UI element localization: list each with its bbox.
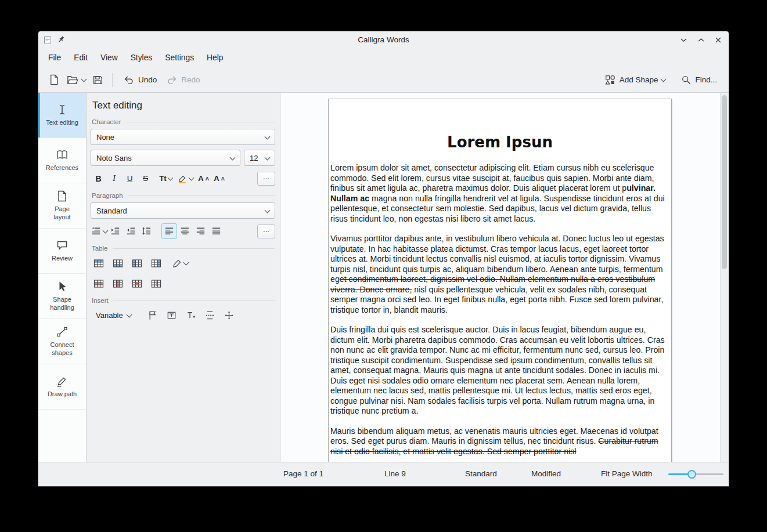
indent-increase-button[interactable]: [107, 223, 123, 239]
open-document-button[interactable]: [63, 71, 89, 88]
bold-button[interactable]: B: [91, 171, 106, 186]
style-indicator: Standard: [465, 469, 497, 478]
text-cursor-icon: [56, 103, 69, 116]
paragraph-format-button[interactable]: [91, 223, 107, 239]
insert-column-left-button[interactable]: [129, 255, 145, 271]
insert-bookmark-button[interactable]: [145, 307, 160, 323]
document-body[interactable]: Lorem ipsum dolor sit amet, consectetur …: [330, 163, 669, 457]
open-document-icon: [66, 74, 78, 86]
vertical-scrollbar[interactable]: [720, 93, 729, 462]
change-case-button[interactable]: Tt: [158, 171, 174, 186]
page-break-icon: [204, 310, 215, 321]
strikethrough-button[interactable]: S: [138, 171, 153, 186]
new-document-button[interactable]: [45, 71, 63, 88]
delete-column-button[interactable]: [110, 276, 125, 291]
find-label: Find...: [695, 75, 717, 84]
align-center-icon: [179, 226, 190, 237]
split-cells-button[interactable]: [148, 276, 164, 291]
chevron-down-icon: [189, 175, 195, 181]
line-spacing-button[interactable]: [139, 223, 154, 239]
align-right-button[interactable]: [193, 223, 208, 239]
maximize-button[interactable]: [695, 34, 707, 46]
statusbar: Page 1 of 1 Line 9 Standard Modified Fit…: [38, 462, 729, 486]
more-character-options-button[interactable]: ...: [257, 172, 275, 186]
align-justify-button[interactable]: [208, 223, 224, 239]
character-format-row: B I U S Tt AA AA ...: [91, 171, 275, 186]
zoom-mode-button[interactable]: Fit Page Width: [601, 469, 653, 478]
chevron-down-icon: [265, 154, 271, 160]
menu-view[interactable]: View: [94, 50, 124, 65]
redo-button[interactable]: Redo: [161, 72, 204, 88]
add-shape-label: Add Shape: [620, 75, 658, 84]
italic-button[interactable]: I: [106, 171, 122, 186]
calligra-words-window: Calligra Words File Edit View Styles Set…: [38, 31, 729, 487]
panel-title: Text editing: [92, 100, 275, 111]
character-style-select[interactable]: None: [91, 129, 275, 145]
close-button[interactable]: [712, 34, 724, 46]
find-button[interactable]: Find...: [676, 72, 722, 88]
insert-text-frame-button[interactable]: [164, 307, 179, 323]
tool-options-panel: Text editing Character None Noto Sans 12: [87, 93, 280, 462]
document-canvas[interactable]: Lorem Ipsun Lorem ipsum dolor sit amet, …: [280, 93, 729, 462]
search-icon: [680, 74, 692, 85]
delete-row-button[interactable]: [91, 276, 106, 291]
indent-decrease-button[interactable]: [123, 223, 139, 239]
menu-styles[interactable]: Styles: [124, 50, 159, 65]
sidebar-item-references[interactable]: References: [38, 138, 86, 183]
insert-column-right-button[interactable]: [148, 255, 164, 271]
pin-icon[interactable]: [57, 35, 66, 44]
paragraph[interactable]: Vivamus porttitor dapibus ante, in vesti…: [330, 234, 669, 315]
sidebar-item-draw-path[interactable]: Draw path: [38, 364, 86, 410]
sidebar-item-review[interactable]: Review: [38, 229, 86, 274]
add-shape-icon: [604, 74, 616, 86]
subscript-button[interactable]: AA: [211, 171, 227, 186]
undo-button[interactable]: Undo: [118, 72, 161, 88]
paragraph[interactable]: Duis fringilla dui quis est scelerisque …: [330, 325, 669, 417]
underline-button[interactable]: U: [122, 171, 138, 186]
section-insert: Insert: [92, 297, 275, 304]
zoom-slider[interactable]: [668, 462, 723, 486]
menu-edit[interactable]: Edit: [67, 50, 94, 65]
undo-icon: [123, 74, 135, 86]
paragraph[interactable]: Mauris bibendum aliquam metus, ac venena…: [330, 426, 669, 457]
paragraph-style-select[interactable]: Standard: [91, 202, 275, 219]
menu-help[interactable]: Help: [200, 50, 229, 65]
insert-page-break-button[interactable]: [202, 307, 218, 323]
insert-row-below-button[interactable]: [110, 255, 125, 271]
move-anchor-icon: [224, 310, 235, 321]
menu-settings[interactable]: Settings: [159, 50, 200, 65]
minimize-button[interactable]: [678, 34, 689, 46]
insert-variable-button[interactable]: Variable: [91, 309, 136, 322]
sidebar-item-connect-shapes[interactable]: Connect shapes: [38, 319, 86, 364]
connector-icon: [56, 325, 69, 338]
align-left-button[interactable]: [161, 223, 177, 239]
sidebar-item-page-layout[interactable]: Page layout: [38, 183, 86, 229]
table-border-pen-button[interactable]: [172, 255, 188, 271]
save-button[interactable]: [89, 72, 106, 88]
font-family-select[interactable]: Noto Sans: [91, 150, 240, 166]
window-title: Calligra Words: [38, 35, 729, 44]
merge-cells-button[interactable]: [129, 276, 145, 291]
insert-row-above-button[interactable]: [91, 255, 106, 271]
scrollbar-thumb[interactable]: [722, 95, 727, 269]
insert-special-character-button[interactable]: [183, 307, 199, 323]
menu-file[interactable]: File: [42, 50, 67, 65]
toolbar-separator: [112, 73, 113, 87]
pencil-icon: [56, 375, 69, 388]
document-heading[interactable]: Lorem Ipsun: [330, 133, 669, 151]
superscript-button[interactable]: AA: [196, 171, 211, 186]
more-paragraph-options-button[interactable]: ...: [257, 225, 275, 238]
page-indicator: Page 1 of 1: [283, 469, 323, 478]
paragraph[interactable]: Lorem ipsum dolor sit amet, consectetur …: [330, 163, 669, 224]
font-size-select[interactable]: 12: [244, 150, 275, 166]
titlebar[interactable]: Calligra Words: [38, 31, 729, 48]
insert-anchor-button[interactable]: [221, 307, 237, 323]
document-page[interactable]: Lorem Ipsun Lorem ipsum dolor sit amet, …: [328, 99, 672, 462]
sidebar-item-text-editing[interactable]: Text editing: [38, 93, 86, 138]
zoom-slider-handle[interactable]: [687, 470, 696, 479]
add-shape-button[interactable]: Add Shape: [600, 72, 671, 88]
highlight-color-button[interactable]: [177, 171, 193, 186]
desktop: { "theme": { "accent": "#3daee9", "windo…: [0, 0, 767, 532]
sidebar-item-shape-handling[interactable]: Shape handling: [38, 274, 86, 319]
align-center-button[interactable]: [177, 223, 193, 239]
